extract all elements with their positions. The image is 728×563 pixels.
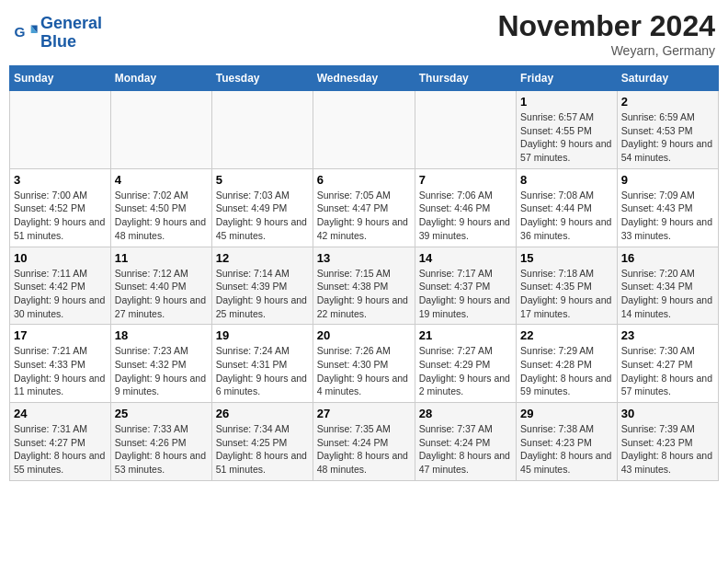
- day-info: Sunrise: 7:24 AM Sunset: 4:31 PM Dayligh…: [216, 344, 309, 398]
- calendar-cell: 16Sunrise: 7:20 AM Sunset: 4:34 PM Dayli…: [617, 247, 718, 325]
- calendar-cell: 6Sunrise: 7:05 AM Sunset: 4:47 PM Daylig…: [313, 168, 415, 247]
- calendar-cell: 8Sunrise: 7:08 AM Sunset: 4:44 PM Daylig…: [517, 168, 618, 247]
- day-info: Sunrise: 7:33 AM Sunset: 4:26 PM Dayligh…: [115, 422, 208, 477]
- calendar-cell: [10, 91, 111, 169]
- day-number: 15: [520, 251, 613, 265]
- day-info: Sunrise: 7:26 AM Sunset: 4:30 PM Dayligh…: [317, 344, 411, 398]
- day-info: Sunrise: 7:20 AM Sunset: 4:34 PM Dayligh…: [621, 267, 714, 321]
- calendar-cell: 25Sunrise: 7:33 AM Sunset: 4:26 PM Dayli…: [110, 403, 211, 481]
- day-number: 7: [419, 173, 512, 187]
- calendar-cell: 5Sunrise: 7:03 AM Sunset: 4:49 PM Daylig…: [211, 168, 313, 247]
- day-number: 21: [419, 328, 512, 342]
- day-info: Sunrise: 7:08 AM Sunset: 4:44 PM Dayligh…: [520, 189, 613, 243]
- day-info: Sunrise: 7:12 AM Sunset: 4:40 PM Dayligh…: [115, 267, 208, 321]
- day-info: Sunrise: 7:05 AM Sunset: 4:47 PM Dayligh…: [317, 189, 411, 243]
- calendar-cell: 14Sunrise: 7:17 AM Sunset: 4:37 PM Dayli…: [415, 247, 516, 325]
- page-header: G General Blue November 2024 Weyarn, Ger…: [9, 9, 719, 58]
- calendar-cell: 27Sunrise: 7:35 AM Sunset: 4:24 PM Dayli…: [313, 403, 415, 481]
- day-info: Sunrise: 7:31 AM Sunset: 4:27 PM Dayligh…: [14, 422, 107, 477]
- day-number: 13: [317, 251, 411, 265]
- calendar-cell: 19Sunrise: 7:24 AM Sunset: 4:31 PM Dayli…: [211, 325, 313, 403]
- column-header-wednesday: Wednesday: [313, 66, 415, 91]
- day-number: 18: [115, 328, 208, 342]
- day-number: 17: [14, 328, 107, 342]
- day-number: 2: [621, 95, 714, 109]
- calendar-cell: 17Sunrise: 7:21 AM Sunset: 4:33 PM Dayli…: [10, 325, 111, 403]
- title-block: November 2024 Weyarn, Germany: [497, 9, 715, 58]
- calendar-cell: [415, 91, 516, 169]
- day-number: 22: [520, 328, 613, 342]
- day-info: Sunrise: 6:59 AM Sunset: 4:53 PM Dayligh…: [621, 110, 714, 165]
- column-header-saturday: Saturday: [617, 66, 718, 91]
- calendar-cell: 22Sunrise: 7:29 AM Sunset: 4:28 PM Dayli…: [517, 325, 618, 403]
- day-number: 14: [419, 251, 512, 265]
- calendar-header-row: SundayMondayTuesdayWednesdayThursdayFrid…: [10, 66, 719, 91]
- day-number: 30: [621, 407, 714, 420]
- day-number: 9: [621, 173, 714, 187]
- day-info: Sunrise: 7:23 AM Sunset: 4:32 PM Dayligh…: [115, 344, 208, 398]
- day-info: Sunrise: 7:39 AM Sunset: 4:23 PM Dayligh…: [621, 422, 714, 477]
- calendar-cell: 9Sunrise: 7:09 AM Sunset: 4:43 PM Daylig…: [617, 168, 718, 247]
- day-info: Sunrise: 7:02 AM Sunset: 4:50 PM Dayligh…: [115, 189, 208, 243]
- day-info: Sunrise: 7:14 AM Sunset: 4:39 PM Dayligh…: [216, 267, 309, 321]
- day-info: Sunrise: 7:17 AM Sunset: 4:37 PM Dayligh…: [419, 267, 512, 321]
- day-number: 25: [115, 407, 208, 420]
- day-number: 6: [317, 173, 411, 187]
- day-number: 23: [621, 328, 714, 342]
- calendar-cell: 11Sunrise: 7:12 AM Sunset: 4:40 PM Dayli…: [110, 247, 211, 325]
- calendar-cell: 15Sunrise: 7:18 AM Sunset: 4:35 PM Dayli…: [517, 247, 618, 325]
- day-number: 1: [520, 95, 613, 109]
- calendar-cell: 28Sunrise: 7:37 AM Sunset: 4:24 PM Dayli…: [415, 403, 516, 481]
- calendar-week-row: 10Sunrise: 7:11 AM Sunset: 4:42 PM Dayli…: [10, 247, 719, 325]
- day-number: 5: [216, 173, 309, 187]
- day-info: Sunrise: 7:09 AM Sunset: 4:43 PM Dayligh…: [621, 189, 714, 243]
- calendar-cell: 7Sunrise: 7:06 AM Sunset: 4:46 PM Daylig…: [415, 168, 516, 247]
- calendar-cell: [110, 91, 211, 169]
- calendar-cell: 20Sunrise: 7:26 AM Sunset: 4:30 PM Dayli…: [313, 325, 415, 403]
- calendar-cell: 18Sunrise: 7:23 AM Sunset: 4:32 PM Dayli…: [110, 325, 211, 403]
- column-header-monday: Monday: [110, 66, 211, 91]
- day-number: 16: [621, 251, 714, 265]
- calendar-cell: 29Sunrise: 7:38 AM Sunset: 4:23 PM Dayli…: [517, 403, 618, 481]
- calendar-cell: 13Sunrise: 7:15 AM Sunset: 4:38 PM Dayli…: [313, 247, 415, 325]
- day-info: Sunrise: 7:29 AM Sunset: 4:28 PM Dayligh…: [520, 344, 613, 398]
- calendar-cell: 12Sunrise: 7:14 AM Sunset: 4:39 PM Dayli…: [211, 247, 313, 325]
- calendar-cell: 2Sunrise: 6:59 AM Sunset: 4:53 PM Daylig…: [617, 91, 718, 169]
- day-info: Sunrise: 7:18 AM Sunset: 4:35 PM Dayligh…: [520, 267, 613, 321]
- svg-text:G: G: [14, 24, 25, 40]
- day-number: 26: [216, 407, 309, 420]
- calendar-week-row: 24Sunrise: 7:31 AM Sunset: 4:27 PM Dayli…: [10, 403, 719, 481]
- logo-icon: G: [13, 20, 39, 46]
- day-number: 27: [317, 407, 411, 420]
- day-info: Sunrise: 7:06 AM Sunset: 4:46 PM Dayligh…: [419, 189, 512, 243]
- calendar-week-row: 3Sunrise: 7:00 AM Sunset: 4:52 PM Daylig…: [10, 168, 719, 247]
- calendar-cell: 23Sunrise: 7:30 AM Sunset: 4:27 PM Dayli…: [617, 325, 718, 403]
- month-title: November 2024: [497, 9, 715, 43]
- calendar-table: SundayMondayTuesdayWednesdayThursdayFrid…: [9, 65, 719, 481]
- day-info: Sunrise: 7:38 AM Sunset: 4:23 PM Dayligh…: [520, 422, 613, 477]
- calendar-cell: 21Sunrise: 7:27 AM Sunset: 4:29 PM Dayli…: [415, 325, 516, 403]
- calendar-cell: 24Sunrise: 7:31 AM Sunset: 4:27 PM Dayli…: [10, 403, 111, 481]
- day-info: Sunrise: 7:37 AM Sunset: 4:24 PM Dayligh…: [419, 422, 512, 477]
- calendar-cell: 1Sunrise: 6:57 AM Sunset: 4:55 PM Daylig…: [517, 91, 618, 169]
- day-number: 10: [14, 251, 107, 265]
- calendar-cell: [313, 91, 415, 169]
- calendar-body: 1Sunrise: 6:57 AM Sunset: 4:55 PM Daylig…: [10, 91, 719, 481]
- day-number: 19: [216, 328, 309, 342]
- day-number: 11: [115, 251, 208, 265]
- calendar-cell: 3Sunrise: 7:00 AM Sunset: 4:52 PM Daylig…: [10, 168, 111, 247]
- day-info: Sunrise: 7:03 AM Sunset: 4:49 PM Dayligh…: [216, 189, 309, 243]
- day-info: Sunrise: 7:27 AM Sunset: 4:29 PM Dayligh…: [419, 344, 512, 398]
- calendar-cell: 4Sunrise: 7:02 AM Sunset: 4:50 PM Daylig…: [110, 168, 211, 247]
- day-info: Sunrise: 7:11 AM Sunset: 4:42 PM Dayligh…: [14, 267, 107, 321]
- column-header-friday: Friday: [517, 66, 618, 91]
- day-info: Sunrise: 7:35 AM Sunset: 4:24 PM Dayligh…: [317, 422, 411, 477]
- day-number: 28: [419, 407, 512, 420]
- calendar-cell: 10Sunrise: 7:11 AM Sunset: 4:42 PM Dayli…: [10, 247, 111, 325]
- day-number: 29: [520, 407, 613, 420]
- day-info: Sunrise: 6:57 AM Sunset: 4:55 PM Dayligh…: [520, 110, 613, 165]
- column-header-sunday: Sunday: [10, 66, 111, 91]
- calendar-week-row: 17Sunrise: 7:21 AM Sunset: 4:33 PM Dayli…: [10, 325, 719, 403]
- logo-text: General Blue: [40, 15, 102, 52]
- calendar-cell: [211, 91, 313, 169]
